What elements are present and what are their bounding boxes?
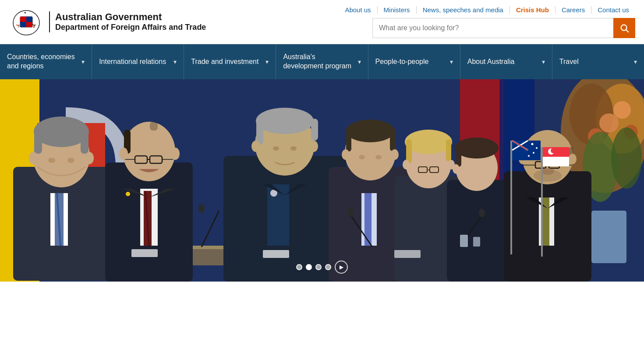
svg-point-81 xyxy=(391,149,399,160)
svg-rect-77 xyxy=(390,128,395,151)
svg-rect-64 xyxy=(311,119,318,141)
svg-point-45 xyxy=(123,122,175,181)
svg-rect-139 xyxy=(394,250,421,258)
carousel-dot-3[interactable] xyxy=(315,264,322,270)
chevron-down-icon: ▾ xyxy=(634,58,637,66)
svg-point-57 xyxy=(126,192,130,196)
carousel-dot-2[interactable] xyxy=(306,264,312,270)
search-input[interactable] xyxy=(372,18,613,38)
svg-text:🦘: 🦘 xyxy=(16,23,21,28)
top-navigation: About us Ministers News, speeches and me… xyxy=(339,6,635,14)
svg-text:✦: ✦ xyxy=(24,11,27,15)
svg-point-97 xyxy=(453,164,460,174)
header-controls: About us Ministers News, speeches and me… xyxy=(339,6,635,38)
svg-rect-138 xyxy=(263,250,289,258)
svg-point-37 xyxy=(48,158,55,163)
nav-people-to-people[interactable]: People-to-people ▾ xyxy=(368,44,460,79)
svg-point-75 xyxy=(346,120,394,142)
site-title: Australian Government Department of Fore… xyxy=(49,11,206,32)
logo-area: 🦘 🦅 ✦ Australian Government Department o… xyxy=(9,4,206,39)
svg-rect-137 xyxy=(131,249,158,257)
svg-line-10 xyxy=(626,30,628,32)
svg-point-54 xyxy=(171,148,180,160)
chevron-down-icon: ▾ xyxy=(81,58,85,66)
svg-rect-85 xyxy=(406,139,412,163)
news-link[interactable]: News, speeches and media xyxy=(417,6,510,14)
svg-point-110 xyxy=(569,154,577,164)
svg-point-68 xyxy=(309,141,318,152)
svg-rect-92 xyxy=(447,180,508,282)
carousel-dot-4[interactable] xyxy=(325,264,331,270)
nav-trade-investment[interactable]: Trade and investment ▾ xyxy=(184,44,276,79)
svg-rect-136 xyxy=(473,237,480,247)
svg-rect-35 xyxy=(34,127,42,154)
nav-development-program[interactable]: Australia's development program ▾ xyxy=(276,44,368,79)
svg-rect-76 xyxy=(346,127,351,152)
carousel-play-button[interactable]: ▶ xyxy=(335,261,348,274)
svg-rect-135 xyxy=(460,235,468,247)
chevron-down-icon: ▾ xyxy=(450,58,453,66)
carousel-dot-1[interactable] xyxy=(296,264,302,270)
svg-point-38 xyxy=(67,158,74,163)
coat-of-arms-icon: 🦘 🦅 ✦ xyxy=(9,4,44,39)
search-button[interactable] xyxy=(613,18,635,38)
chevron-down-icon: ▾ xyxy=(265,58,269,66)
svg-point-25 xyxy=(611,127,642,189)
nav-about-australia[interactable]: About Australia ▾ xyxy=(460,44,552,79)
svg-point-118 xyxy=(347,208,354,217)
svg-rect-3 xyxy=(26,17,32,22)
svg-rect-121 xyxy=(510,141,512,254)
main-navigation: Countries, economies and regions ▾ Inter… xyxy=(0,44,644,79)
svg-point-53 xyxy=(119,148,128,160)
chevron-down-icon: ▾ xyxy=(173,58,177,66)
svg-point-65 xyxy=(273,146,279,151)
svg-rect-95 xyxy=(456,146,461,167)
svg-point-39 xyxy=(29,152,38,164)
svg-point-66 xyxy=(290,146,297,151)
svg-point-90 xyxy=(403,160,410,169)
svg-point-116 xyxy=(198,204,205,213)
svg-point-127 xyxy=(536,147,538,149)
hero-scene: ▶ xyxy=(0,79,644,282)
svg-rect-130 xyxy=(541,147,543,257)
svg-point-20 xyxy=(599,113,619,133)
svg-point-129 xyxy=(528,155,530,157)
nav-international-relations[interactable]: International relations ▾ xyxy=(92,44,184,79)
svg-point-84 xyxy=(405,130,452,154)
careers-link[interactable]: Careers xyxy=(556,6,591,14)
svg-rect-26 xyxy=(591,211,626,263)
svg-text:🦅: 🦅 xyxy=(32,23,37,28)
svg-point-114 xyxy=(541,168,554,175)
carousel-controls: ▶ xyxy=(296,261,348,274)
svg-point-78 xyxy=(359,155,365,159)
svg-point-40 xyxy=(85,152,94,164)
svg-rect-2 xyxy=(20,17,26,22)
svg-rect-131 xyxy=(543,147,569,157)
site-header: 🦘 🦅 ✦ Australian Government Department o… xyxy=(0,0,644,44)
svg-point-128 xyxy=(533,152,534,154)
svg-point-62 xyxy=(256,108,314,134)
svg-rect-96 xyxy=(474,137,480,148)
svg-point-120 xyxy=(479,208,485,217)
dept-name: Department of Foreign Affairs and Trade xyxy=(55,23,206,32)
ministers-link[interactable]: Ministers xyxy=(378,6,417,14)
svg-rect-100 xyxy=(542,197,549,246)
chevron-down-icon: ▾ xyxy=(358,58,361,66)
crisis-hub-link[interactable]: Crisis Hub xyxy=(510,6,556,14)
hero-banner: ▶ xyxy=(0,79,644,282)
contact-us-link[interactable]: Contact us xyxy=(591,6,635,14)
gov-name: Australian Government xyxy=(55,11,206,23)
search-bar xyxy=(372,18,635,38)
about-us-link[interactable]: About us xyxy=(339,6,377,14)
svg-point-134 xyxy=(551,148,556,153)
svg-point-22 xyxy=(613,101,631,119)
nav-travel[interactable]: Travel ▾ xyxy=(552,44,644,79)
svg-point-80 xyxy=(342,149,350,160)
search-icon xyxy=(619,23,629,33)
svg-rect-36 xyxy=(81,127,88,154)
hero-image-svg xyxy=(0,79,644,282)
svg-point-67 xyxy=(251,141,260,152)
nav-countries[interactable]: Countries, economies and regions ▾ xyxy=(0,44,92,79)
svg-rect-132 xyxy=(543,157,569,166)
svg-point-79 xyxy=(375,155,382,159)
